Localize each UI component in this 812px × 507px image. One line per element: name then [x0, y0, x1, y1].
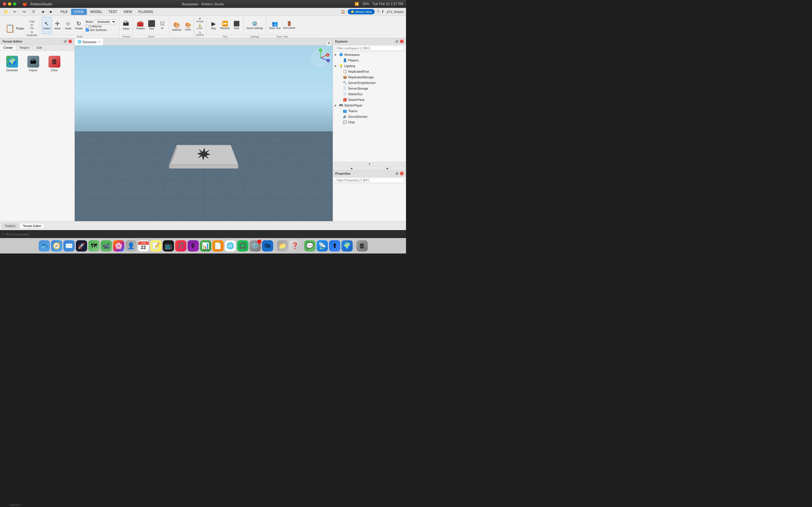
expand-button[interactable]: ⊞	[326, 40, 332, 46]
dock-settings[interactable]: ⚙️ 2	[250, 240, 261, 251]
terrain-tool-import[interactable]: 🏔 Import	[24, 54, 42, 73]
dock-finder[interactable]: 🐟	[39, 240, 50, 251]
tree-item-teams[interactable]: ▶ 👥 Teams	[333, 108, 406, 114]
scroll-left-btn[interactable]: ◀	[333, 166, 370, 170]
nav-left[interactable]: ◀	[39, 9, 47, 15]
dock-zoom[interactable]: 📡	[317, 240, 328, 251]
menu-test[interactable]: TEST	[106, 9, 120, 15]
dock-photos[interactable]: 🌸	[113, 240, 124, 251]
part-button[interactable]: ⬛ Part	[147, 17, 157, 34]
lock-button[interactable]: 🔒 Lock	[195, 24, 205, 30]
menu-home[interactable]: HOME	[71, 9, 87, 15]
ui-button[interactable]: 🖼 UI	[157, 17, 167, 34]
paste-button[interactable]: 📋 Paste	[3, 20, 26, 37]
explorer-filter-input[interactable]	[335, 46, 404, 51]
dock-notes[interactable]: 📝	[150, 240, 161, 251]
dock-messages[interactable]: 💬	[304, 240, 315, 251]
home-icon[interactable]: 🏠	[341, 10, 345, 14]
terrain-tool-clear[interactable]: 🗑 Clear	[45, 54, 63, 73]
dock-podcasts[interactable]: 🎙	[188, 240, 199, 251]
whats-new-button[interactable]: ⭐ What's New	[348, 9, 374, 14]
collisions-checkbox[interactable]	[86, 25, 89, 28]
tree-item-workspace[interactable]: ▶ 🔷 Workspace	[333, 52, 406, 57]
material-button[interactable]: 🎨 Material	[171, 18, 183, 35]
close-button[interactable]	[3, 2, 6, 6]
stop-button[interactable]: ⬛ Stop	[232, 17, 242, 34]
history-btn[interactable]: ⏱	[29, 9, 38, 15]
menu-view[interactable]: VIEW	[121, 9, 135, 15]
dock-facetime[interactable]: 📹	[101, 240, 112, 251]
app-name[interactable]: RobloxStudio	[31, 2, 52, 6]
anchor-button[interactable]: ⚓ Anchor	[195, 31, 205, 37]
dock-chrome[interactable]: 🌐	[225, 240, 236, 251]
help-button[interactable]: ?	[377, 10, 379, 14]
dock-spotify[interactable]: 🎧	[237, 240, 248, 251]
dock-earth[interactable]: 🌍	[342, 240, 353, 251]
game-settings-button[interactable]: ⚙️ Game Settings	[245, 17, 264, 34]
scale-button[interactable]: ⊹ Scale	[63, 17, 73, 34]
properties-filter-input[interactable]	[335, 178, 404, 183]
redo-btn[interactable]: ↪	[20, 9, 29, 15]
menu-model[interactable]: MODEL	[87, 9, 105, 15]
tree-item-starter-pack[interactable]: ▶ 🎒 StarterPack	[333, 97, 406, 103]
traffic-lights[interactable]	[3, 2, 16, 6]
cut-button[interactable]: ✂️ Cut	[26, 24, 38, 30]
dock-launchpad[interactable]: 🚀	[76, 240, 87, 251]
terrain-tool-generate[interactable]: 🌍 Generate	[3, 54, 21, 73]
dock-appstore[interactable]: 🛍	[262, 240, 273, 251]
dock-calendar[interactable]: FEB 22	[138, 240, 149, 251]
team-test-button[interactable]: 👥 Team Test	[268, 17, 282, 34]
dock-keynote[interactable]: 📊	[200, 240, 211, 251]
terrain-tab-region[interactable]: Region	[16, 45, 33, 50]
mode-select[interactable]: Geometric	[94, 19, 116, 24]
panel-refresh-icon[interactable]: ↺	[63, 40, 67, 43]
minimize-button[interactable]	[8, 2, 11, 6]
dock-contacts[interactable]: 👤	[125, 240, 137, 251]
panel-close-icon[interactable]: ×	[68, 40, 72, 43]
color-button[interactable]: 🎨 Color	[183, 18, 193, 35]
scroll-down-arrow[interactable]: ▼	[333, 162, 406, 166]
bottom-tab-toolbox[interactable]: Toolbox	[2, 223, 18, 229]
dock-appletv[interactable]: 📺	[163, 240, 174, 251]
file-icon[interactable]: 📁	[2, 9, 10, 15]
terrain-editor-button[interactable]: 🏔 Editor	[121, 17, 131, 34]
explorer-refresh-icon[interactable]: ↺	[395, 40, 399, 43]
group-small-button[interactable]: ⊞ Group	[195, 17, 205, 23]
props-refresh-icon[interactable]: ↺	[395, 172, 399, 175]
resume-button[interactable]: ⏩ Resume	[219, 17, 231, 34]
menu-file[interactable]: FILE	[58, 9, 70, 15]
tree-item-starter-player[interactable]: ▶ 🎮 StarterPlayer	[333, 103, 406, 108]
exit-game-button[interactable]: 🚪 Exit Game	[282, 17, 296, 34]
maximize-button[interactable]	[13, 2, 16, 6]
tab-close-icon[interactable]: ×	[98, 40, 100, 44]
undo-btn[interactable]: ↩	[10, 9, 19, 15]
share-icon[interactable]: ⬆	[381, 10, 384, 14]
toolbox-button[interactable]: 🧰 Toolbox	[135, 17, 146, 34]
dock-mail[interactable]: ✉️	[63, 240, 75, 251]
menu-plugins[interactable]: PLUGINS	[135, 9, 156, 15]
props-close-icon[interactable]: ×	[400, 172, 404, 175]
terrain-tab-create[interactable]: Create	[0, 45, 16, 50]
tree-item-players[interactable]: ▶ 👤 Players	[333, 57, 406, 63]
tree-item-chat[interactable]: ▶ 💬 Chat	[333, 119, 406, 125]
dock-safari[interactable]: 🧭	[51, 240, 62, 251]
explorer-close-icon[interactable]: ×	[400, 40, 404, 43]
terrain-tab-edit[interactable]: Edit	[33, 45, 46, 50]
copy-button[interactable]: 📄 Copy	[26, 17, 38, 23]
dock-music[interactable]: 🎵	[175, 240, 186, 251]
move-button[interactable]: ✛ Move	[52, 17, 63, 34]
apple-logo[interactable]: 🍎	[22, 2, 27, 6]
nav-right[interactable]: ▶	[47, 9, 55, 15]
dock-roblox-upload[interactable]: ⬆	[329, 240, 340, 251]
rotate-button[interactable]: ↻ Rotate	[74, 17, 84, 34]
viewport-tab-baseplate[interactable]: 🌐 Baseplate ×	[75, 38, 103, 45]
join-surfaces-checkbox[interactable]	[86, 29, 89, 32]
bottom-tab-terrain-editor[interactable]: Terrain Editor	[20, 223, 44, 229]
tree-item-server-script-service[interactable]: ▶ 🔧 ServerScriptService	[333, 80, 406, 86]
tree-item-starter-gui[interactable]: ▶ 🖼 StarterGui	[333, 91, 406, 97]
scroll-right-btn[interactable]: ▶	[370, 166, 406, 170]
dock-filemanager[interactable]: 📁	[277, 240, 288, 251]
play-button[interactable]: ▶ Play	[208, 17, 218, 34]
tree-item-lighting[interactable]: ▶ 💡 Lighting	[333, 63, 406, 69]
select-button[interactable]: ↖ Select	[42, 17, 52, 34]
